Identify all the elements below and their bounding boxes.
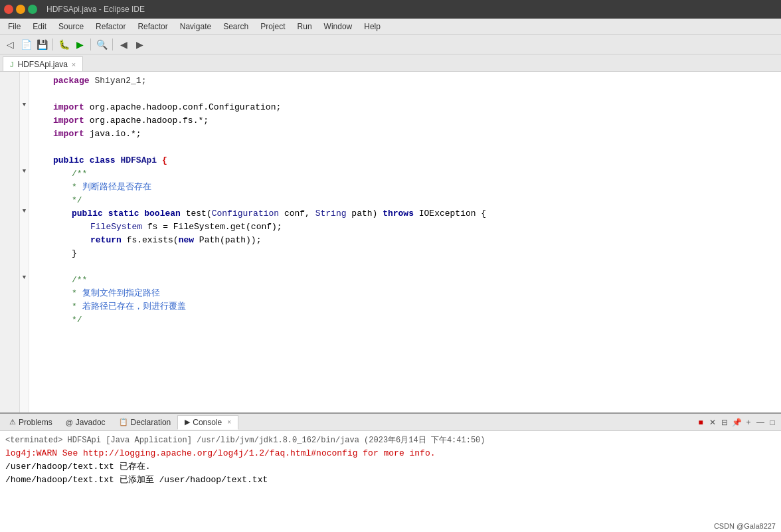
toolbar-save[interactable]: 💾 — [35, 37, 49, 52]
toolbar-new[interactable]: 📄 — [19, 37, 33, 52]
toolbar-search[interactable]: 🔍 — [94, 37, 109, 52]
console-clear-button[interactable]: ✕ — [707, 416, 719, 428]
menu-bar: File Edit Source Refactor Refactor Navig… — [0, 19, 781, 35]
toolbar-separator-3 — [112, 39, 113, 50]
fold-gutter: ▼ ▼ ▼ ▼ — [20, 72, 29, 412]
tab-declaration[interactable]: 📋 Declaration — [112, 415, 178, 430]
editor-container: J HDFSApi.java × ▼ ▼ — [0, 54, 781, 532]
code-line-package: package Shiyan2_1; — [53, 74, 776, 88]
fold-line-12 — [20, 218, 29, 231]
menu-refactor1[interactable]: Refactor — [90, 21, 131, 33]
console-output-line2: /user/hadoop/text.txt 已存在. — [5, 460, 776, 474]
code-line-import1: import org.apache.hadoop.conf.Configurat… — [53, 101, 776, 114]
tab-problems-label: Problems — [19, 418, 52, 427]
editor-tab-hdfsapi[interactable]: J HDFSApi.java × — [3, 56, 83, 71]
fold-line-9 — [20, 178, 29, 191]
fold-comment1[interactable]: ▼ — [20, 165, 29, 178]
fold-line-6 — [20, 138, 29, 151]
title-bar: HDFSApi.java - Eclipse IDE — [0, 0, 781, 19]
fold-line-5 — [20, 125, 29, 138]
code-line-comment2-body2: * 若路径已存在，则进行覆盖 — [72, 300, 776, 313]
console-stop-button[interactable]: ■ — [695, 416, 707, 428]
problems-icon: ⚠ — [9, 418, 16, 426]
fold-line-2 — [20, 85, 29, 98]
tab-console-label: Console — [193, 418, 222, 427]
fold-line-4 — [20, 112, 29, 125]
fold-comment2[interactable]: ▼ — [20, 271, 29, 284]
code-line-blank3 — [35, 260, 776, 274]
editor-tab-label: HDFSApi.java — [18, 60, 68, 69]
window-controls — [4, 5, 37, 14]
maximize-button[interactable] — [28, 5, 37, 14]
main-editor: ▼ ▼ ▼ ▼ package Shiyan2_1; — [0, 72, 781, 412]
menu-navigate[interactable]: Navigate — [175, 21, 217, 33]
console-new-button[interactable]: + — [742, 416, 754, 428]
minimize-button[interactable] — [16, 5, 25, 14]
code-line-blank1 — [35, 88, 776, 101]
line-number-gutter — [0, 72, 20, 412]
tab-problems[interactable]: ⚠ Problems — [3, 415, 59, 430]
code-line-close-method: } — [72, 247, 776, 260]
toolbar-next[interactable]: ▶ — [132, 37, 147, 52]
toolbar: ◁ 📄 💾 🐛 ▶ 🔍 ◀ ▶ — [0, 35, 781, 54]
console-minimize[interactable]: — — [754, 416, 766, 428]
tab-declaration-label: Declaration — [131, 418, 171, 427]
console-maximize[interactable]: □ — [766, 416, 778, 428]
tab-console-close[interactable]: × — [227, 418, 231, 426]
bottom-panel: ⚠ Problems @ Javadoc 📋 Declaration ▶ Con… — [0, 412, 781, 532]
console-pin-button[interactable]: 📌 — [731, 416, 742, 428]
code-line-blank2 — [35, 141, 776, 154]
fold-line-13 — [20, 231, 29, 244]
menu-edit[interactable]: Edit — [27, 21, 52, 33]
console-scroll-lock[interactable]: ⊟ — [719, 416, 731, 428]
toolbar-debug[interactable]: 🐛 — [56, 37, 71, 52]
code-line-method-sig: public static boolean test(Configuration… — [72, 207, 776, 221]
gutter-line-1 — [15, 72, 17, 85]
fold-line-14 — [20, 244, 29, 258]
menu-refactor2[interactable]: Refactor — [132, 21, 173, 33]
status-text: CSDN @Gala8227 — [714, 522, 776, 530]
menu-source[interactable]: Source — [53, 21, 89, 33]
status-bar: CSDN @Gala8227 — [709, 520, 781, 532]
code-line-comment2-start: /** — [72, 274, 776, 287]
gutter-line-4 — [15, 112, 17, 125]
fold-method[interactable]: ▼ — [20, 205, 29, 218]
menu-file[interactable]: File — [3, 21, 26, 33]
javadoc-icon: @ — [66, 418, 73, 426]
console-output-line3: /home/hadoop/text.txt 已添加至 /user/hadoop/… — [5, 474, 776, 487]
code-line-comment1-body: * 判断路径是否存在 — [72, 181, 776, 194]
fold-line-15 — [20, 258, 29, 271]
console-icon: ▶ — [185, 418, 190, 426]
bottom-tab-bar: ⚠ Problems @ Javadoc 📋 Declaration ▶ Con… — [0, 414, 781, 431]
menu-project[interactable]: Project — [255, 21, 290, 33]
gutter-line-6 — [15, 138, 17, 151]
declaration-icon: 📋 — [119, 418, 128, 426]
fold-line-1 — [20, 72, 29, 85]
toolbar-back[interactable]: ◁ — [3, 37, 17, 52]
code-editor[interactable]: package Shiyan2_1; import org.apache.had… — [29, 72, 781, 412]
tab-console[interactable]: ▶ Console × — [177, 415, 238, 430]
fold-line-19 — [20, 311, 29, 324]
fold-line-10 — [20, 191, 29, 205]
code-line-class: public class HDFSApi { — [53, 154, 776, 167]
fold-class[interactable] — [20, 151, 29, 165]
tab-javadoc[interactable]: @ Javadoc — [59, 415, 112, 430]
menu-help[interactable]: Help — [359, 21, 386, 33]
toolbar-prev[interactable]: ◀ — [116, 37, 131, 52]
editor-tab-close[interactable]: × — [72, 60, 76, 68]
tab-javadoc-label: Javadoc — [76, 418, 106, 427]
gutter-line-9 — [15, 178, 17, 191]
close-button[interactable] — [4, 5, 13, 14]
menu-window[interactable]: Window — [319, 21, 358, 33]
fold-line-17 — [20, 284, 29, 298]
gutter-line-2 — [15, 85, 17, 98]
menu-search[interactable]: Search — [218, 21, 254, 33]
window-title: HDFSApi.java - Eclipse IDE — [46, 5, 145, 14]
toolbar-separator-1 — [52, 39, 53, 50]
console-terminated-line: <terminated> HDFSApi [Java Application] … — [5, 434, 776, 447]
fold-import-group[interactable]: ▼ — [20, 98, 29, 112]
fold-line-18 — [20, 298, 29, 311]
console-warn-line: log4j:WARN See http://logging.apache.org… — [5, 447, 776, 460]
menu-run[interactable]: Run — [292, 21, 317, 33]
toolbar-run[interactable]: ▶ — [72, 37, 87, 52]
